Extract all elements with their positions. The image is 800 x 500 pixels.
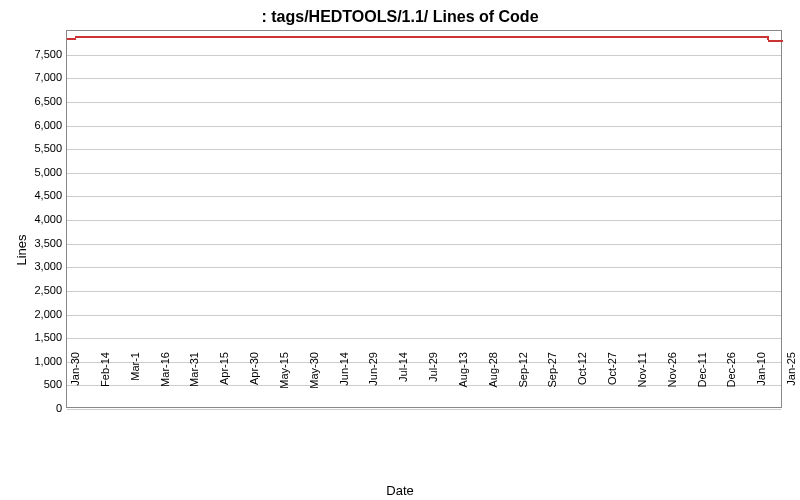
y-tick-label: 6,000 bbox=[6, 119, 62, 130]
gridline bbox=[67, 126, 781, 127]
y-tick-label: 1,500 bbox=[6, 332, 62, 343]
x-tick-label: 16-Mar bbox=[159, 352, 171, 412]
x-tick-label: 30-Apr bbox=[248, 352, 260, 412]
y-tick-label: 4,500 bbox=[6, 190, 62, 201]
x-tick-label: 15-May bbox=[278, 352, 290, 412]
gridline bbox=[67, 291, 781, 292]
data-line bbox=[67, 38, 76, 40]
x-tick-label: 14-Feb bbox=[99, 352, 111, 412]
x-tick-label: 31-Mar bbox=[188, 352, 200, 412]
x-tick-label: 27-Oct bbox=[606, 352, 618, 412]
x-tick-label: 29-Jul bbox=[427, 352, 439, 412]
y-tick-label: 2,500 bbox=[6, 284, 62, 295]
x-tick-label: 11-Dec bbox=[696, 352, 708, 412]
x-tick-label: 26-Nov bbox=[666, 352, 678, 412]
x-axis-label: Date bbox=[0, 483, 800, 498]
x-tick-label: 27-Sep bbox=[546, 352, 558, 412]
data-line bbox=[768, 40, 783, 42]
x-tick-label: 13-Aug bbox=[457, 352, 469, 412]
gridline bbox=[67, 220, 781, 221]
x-tick-label: 12-Oct bbox=[576, 352, 588, 412]
gridline bbox=[67, 244, 781, 245]
y-tick-label: 3,000 bbox=[6, 261, 62, 272]
gridline bbox=[67, 55, 781, 56]
data-line bbox=[76, 36, 768, 38]
gridline bbox=[67, 102, 781, 103]
y-tick-label: 500 bbox=[6, 379, 62, 390]
y-tick-label: 1,000 bbox=[6, 355, 62, 366]
gridline bbox=[67, 173, 781, 174]
y-tick-label: 7,000 bbox=[6, 72, 62, 83]
gridline bbox=[67, 315, 781, 316]
gridline bbox=[67, 149, 781, 150]
y-tick-label: 2,000 bbox=[6, 308, 62, 319]
x-tick-label: 25-Jan bbox=[785, 352, 797, 412]
y-tick-label: 5,000 bbox=[6, 166, 62, 177]
x-tick-label: 1-Mar bbox=[129, 352, 141, 412]
x-tick-label: 29-Jun bbox=[367, 352, 379, 412]
y-tick-label: 0 bbox=[6, 403, 62, 414]
x-tick-label: 30-Jan bbox=[69, 352, 81, 412]
x-tick-label: 15-Apr bbox=[218, 352, 230, 412]
chart-title: : tags/HEDTOOLS/1.1/ Lines of Code bbox=[0, 8, 800, 26]
gridline bbox=[67, 78, 781, 79]
gridline bbox=[67, 267, 781, 268]
x-tick-label: 11-Nov bbox=[636, 352, 648, 412]
gridline bbox=[67, 196, 781, 197]
x-tick-label: 14-Jun bbox=[338, 352, 350, 412]
y-tick-label: 4,000 bbox=[6, 214, 62, 225]
chart-container: : tags/HEDTOOLS/1.1/ Lines of Code Lines… bbox=[0, 0, 800, 500]
gridline bbox=[67, 338, 781, 339]
x-tick-label: 10-Jan bbox=[755, 352, 767, 412]
x-tick-label: 14-Jul bbox=[397, 352, 409, 412]
y-tick-label: 6,500 bbox=[6, 95, 62, 106]
y-tick-label: 5,500 bbox=[6, 143, 62, 154]
x-tick-label: 28-Aug bbox=[487, 352, 499, 412]
x-tick-label: 12-Sep bbox=[517, 352, 529, 412]
x-tick-label: 26-Dec bbox=[725, 352, 737, 412]
y-tick-label: 3,500 bbox=[6, 237, 62, 248]
x-tick-label: 30-May bbox=[308, 352, 320, 412]
y-tick-label: 7,500 bbox=[6, 48, 62, 59]
